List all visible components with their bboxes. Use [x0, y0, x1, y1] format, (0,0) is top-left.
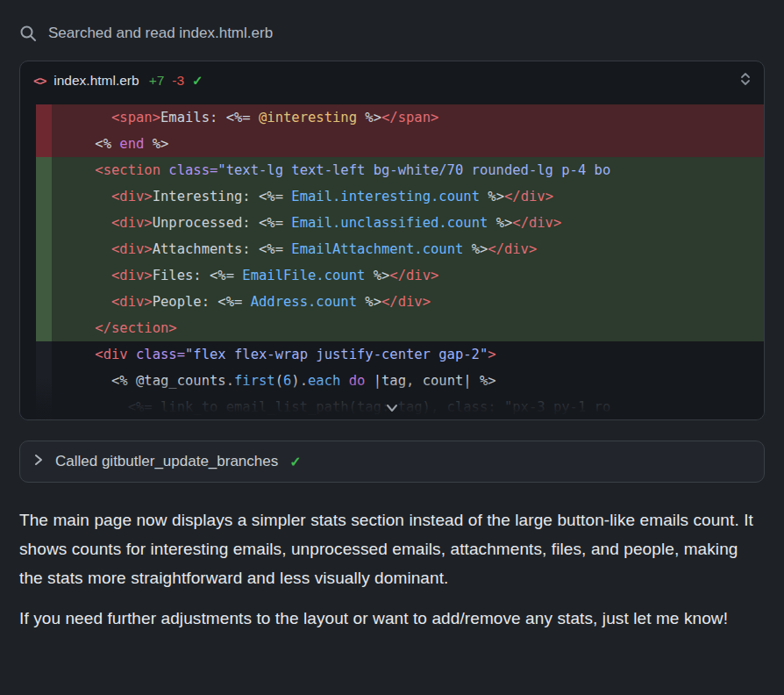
diff-gutter	[36, 183, 52, 210]
diff-line-added: <section class="text-lg text-left bg-whi…	[36, 157, 764, 183]
message-paragraph: If you need further adjustments to the l…	[19, 604, 765, 633]
search-icon	[19, 25, 37, 42]
diff-gutter	[36, 394, 52, 420]
diff-line-added: <div>Interesting: <%= Email.interesting.…	[36, 183, 764, 210]
diff-gutter	[36, 236, 52, 262]
diff-panel-header[interactable]: <> index.html.erb +7 -3 ✓	[20, 61, 764, 100]
diff-gutter	[36, 315, 52, 341]
code-icon: <>	[33, 74, 46, 88]
diff-line-added: <div>Unprocessed: <%= Email.unclassified…	[36, 210, 764, 236]
tool-status-header: Searched and read index.html.erb	[19, 25, 765, 42]
diff-gutter	[36, 131, 52, 157]
diff-panel: <> index.html.erb +7 -3 ✓ <span>Emails: …	[19, 61, 765, 420]
diff-line-added: <div>Attachments: <%= EmailAttachment.co…	[36, 236, 764, 262]
diff-code-lines: <span>Emails: <%= @interesting %></span>…	[20, 100, 764, 420]
status-text: Searched and read index.html.erb	[48, 25, 273, 42]
diff-deletions-count: -3	[172, 73, 184, 89]
diff-line-context: <div class="flex flex-wrap justify-cente…	[36, 341, 764, 368]
diff-gutter	[36, 289, 52, 315]
chevron-down-icon[interactable]	[384, 401, 400, 417]
unfold-icon[interactable]	[740, 72, 751, 90]
diff-line-context: <% @tag_counts.first(6).each do |tag, co…	[36, 368, 764, 394]
assistant-message: The main page now displays a simpler sta…	[19, 505, 765, 633]
diff-filename: index.html.erb	[53, 73, 139, 89]
diff-gutter	[36, 104, 52, 131]
diff-gutter	[36, 368, 52, 394]
assistant-response: Searched and read index.html.erb <> inde…	[0, 0, 784, 633]
diff-line-removed: <% end %>	[36, 131, 764, 157]
diff-line-added: <div>Files: <%= EmailFile.count %></div>	[36, 262, 764, 289]
diff-line-added: </section>	[36, 315, 764, 341]
diff-gutter	[36, 341, 52, 368]
diff-gutter	[36, 210, 52, 236]
diff-gutter	[36, 157, 52, 183]
tool-call-collapsed[interactable]: Called gitbutler_update_branches ✓	[19, 441, 765, 483]
tool-call-label: Called gitbutler_update_branches	[55, 453, 278, 470]
diff-line-added: <div>People: <%= Address.count %></div>	[36, 289, 764, 315]
diff-line-removed: <span>Emails: <%= @interesting %></span>	[36, 104, 764, 131]
check-icon: ✓	[192, 73, 203, 89]
diff-line-context: <%= link_to email_list_path(tag: tag), c…	[36, 394, 764, 420]
message-paragraph: The main page now displays a simpler sta…	[19, 505, 765, 592]
diff-additions-count: +7	[149, 73, 165, 89]
chevron-right-icon	[33, 453, 44, 471]
diff-gutter	[36, 262, 52, 289]
check-icon: ✓	[289, 454, 301, 470]
